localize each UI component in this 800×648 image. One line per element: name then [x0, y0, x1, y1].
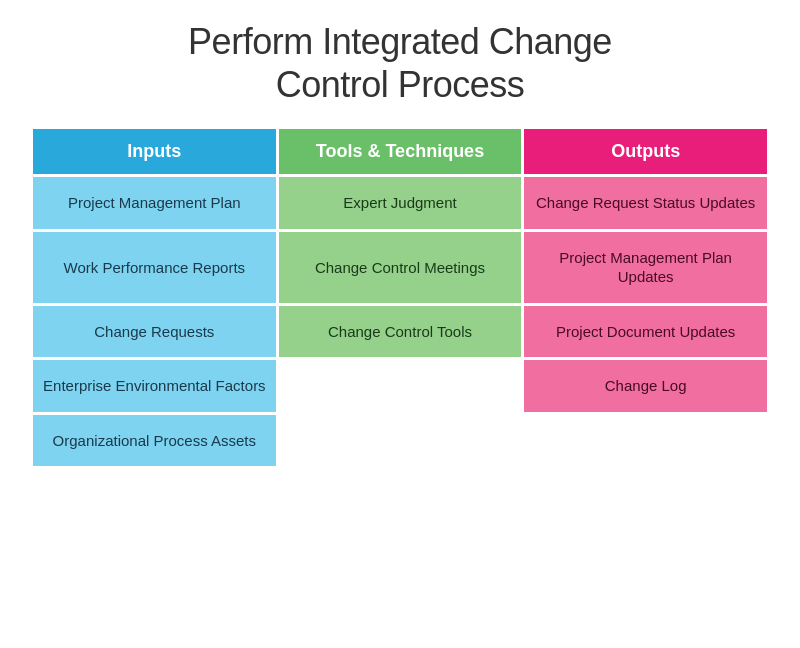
- tools-cell: Expert Judgment: [279, 177, 522, 229]
- main-table: Inputs Tools & Techniques Outputs Projec…: [30, 126, 770, 469]
- inputs-cell: Work Performance Reports: [33, 232, 276, 303]
- inputs-cell: Project Management Plan: [33, 177, 276, 229]
- inputs-cell: Enterprise Environmental Factors: [33, 360, 276, 412]
- inputs-header: Inputs: [33, 129, 276, 174]
- outputs-cell: Project Management Plan Updates: [524, 232, 767, 303]
- outputs-cell: Change Request Status Updates: [524, 177, 767, 229]
- empty-tools-cell: [279, 360, 522, 412]
- inputs-cell: Organizational Process Assets: [33, 415, 276, 467]
- tools-cell: Change Control Tools: [279, 306, 522, 358]
- outputs-cell: Change Log: [524, 360, 767, 412]
- outputs-header: Outputs: [524, 129, 767, 174]
- tools-header: Tools & Techniques: [279, 129, 522, 174]
- page-title: Perform Integrated Change Control Proces…: [188, 20, 612, 106]
- tools-cell: Change Control Meetings: [279, 232, 522, 303]
- empty-tools-cell: [279, 415, 522, 467]
- empty-outputs-cell: [524, 415, 767, 467]
- inputs-cell: Change Requests: [33, 306, 276, 358]
- outputs-cell: Project Document Updates: [524, 306, 767, 358]
